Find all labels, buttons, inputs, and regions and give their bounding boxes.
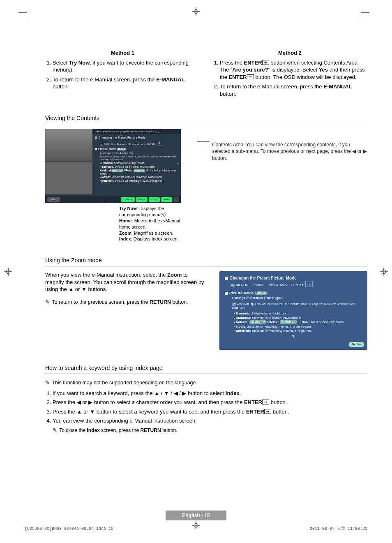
zoom-paragraph: When you view the e-Manual instruction, … bbox=[45, 271, 207, 293]
note-icon: ✎ bbox=[45, 299, 50, 305]
screenshot-help-button: Help bbox=[47, 197, 60, 202]
down-arrow-icon: ▼ bbox=[90, 409, 95, 415]
screenshot-bullet: • Natural for LED TV / Relax for PDP TV:… bbox=[100, 169, 178, 176]
screenshot-thumb bbox=[45, 162, 92, 195]
method-2-step: To return to the e-Manual screen, press … bbox=[220, 83, 367, 97]
screenshot-bullet: Standard: Suitable for a normal environm… bbox=[234, 316, 362, 320]
screenshot-breadcrumb: Basic Features > Changing the Preset Pic… bbox=[92, 129, 181, 134]
enter-icon bbox=[262, 60, 269, 65]
screenshot-bullet: • Dynamic: Suitable for a bright room. bbox=[100, 162, 178, 165]
section-rule bbox=[45, 124, 367, 124]
section-rule bbox=[45, 374, 367, 374]
scroll-down-arrow-icon: ▼ bbox=[225, 334, 362, 339]
screenshot-zoom-button: Zoom bbox=[149, 197, 160, 202]
down-arrow-icon: ▼ bbox=[81, 286, 87, 292]
screenshot-index-button: Index bbox=[161, 197, 172, 202]
zoom-heading: Using the Zoom mode bbox=[45, 256, 367, 264]
index-subnote: ✎ To close the Index screen, press the R… bbox=[53, 427, 367, 434]
imprint-right: 2011-03-07 오후 11:08:25 bbox=[310, 526, 367, 532]
screenshot-bullet: Natural for LED TV / Relax for PDP TV: S… bbox=[234, 320, 362, 324]
method-2-step: Press the ENTER button when selecting Co… bbox=[220, 59, 367, 81]
register-mark-right bbox=[380, 268, 388, 276]
screenshot-bullet: • Standard: Suitable for a normal enviro… bbox=[100, 165, 178, 169]
screenshot-note-pc: When an input source is set to PC, the P… bbox=[100, 155, 176, 161]
screenshot-next-arrow: ▸ bbox=[178, 162, 179, 165]
screenshot-zoom-panel: Changing the Preset Picture Mode m MENUⅢ… bbox=[219, 271, 367, 350]
down-arrow-icon: ▼ bbox=[164, 390, 169, 396]
index-step: You can view the corresponding e-Manual … bbox=[53, 417, 367, 425]
screenshot-main: Basic Features > Changing the Preset Pic… bbox=[92, 129, 181, 195]
enter-icon bbox=[247, 74, 254, 79]
method-1-steps: Select Try Now, if you want to execute t… bbox=[45, 59, 200, 90]
screenshot-bullet: Dynamic: Suitable for a bright room. bbox=[234, 312, 362, 316]
screenshot-sidebar bbox=[45, 129, 92, 195]
method-1-title: Method 1 bbox=[45, 49, 200, 57]
screenshot-trynow-button: Try Now bbox=[121, 197, 135, 202]
register-mark-left bbox=[4, 268, 12, 276]
imprint-left: [UD5500-XC]BN68-03404A-00L04.indb 15 bbox=[25, 526, 113, 532]
left-arrow-icon: ◀ bbox=[77, 399, 81, 405]
page-footer: English - 15 bbox=[0, 511, 392, 520]
viewing-heading: Viewing the Contents bbox=[45, 114, 367, 122]
contents-area-callout: Contents Area: You can view the correspo… bbox=[212, 141, 367, 162]
register-mark-top bbox=[192, 7, 200, 16]
right-arrow-icon: ▶ bbox=[88, 399, 92, 405]
section-rule bbox=[45, 266, 367, 266]
note-icon: ✎ bbox=[53, 427, 57, 433]
index-heading: How to search a keyword by using index p… bbox=[45, 364, 367, 372]
crop-mark bbox=[18, 12, 27, 13]
screenshot-footer: Help Try Now Home Zoom Index X bbox=[45, 196, 181, 203]
index-steps: If you want to search a keyword, press t… bbox=[45, 390, 367, 425]
up-arrow-icon: ▲ bbox=[154, 390, 159, 396]
enter-icon bbox=[262, 400, 269, 404]
screenshot-contents-panel: Basic Features > Changing the Preset Pic… bbox=[45, 129, 181, 203]
method-1-step: To return to the e-Manual screen, press … bbox=[53, 76, 200, 90]
left-arrow-icon: ◀ bbox=[174, 390, 178, 396]
enter-icon bbox=[264, 409, 271, 414]
crop-mark bbox=[27, 12, 27, 21]
screenshot-bullet: • Entertain: Suitable for watching movie… bbox=[100, 179, 178, 183]
up-arrow-icon: ▲ bbox=[77, 409, 82, 415]
screenshot-bullet: • Movie: Suitable for watching movies in… bbox=[100, 176, 178, 179]
method-2-title: Method 2 bbox=[212, 49, 367, 57]
index-step: If you want to search a keyword, press t… bbox=[53, 390, 367, 397]
screenshot-bullet: Movie: Suitable for watching movies in a… bbox=[234, 325, 362, 329]
zoom-note: ✎ To return to the previous screen, pres… bbox=[45, 298, 207, 306]
right-arrow-icon: ▶ bbox=[182, 390, 186, 396]
imprint-line: [UD5500-XC]BN68-03404A-00L04.indb 15 201… bbox=[25, 526, 367, 532]
crop-mark bbox=[361, 12, 369, 13]
up-arrow-icon: ▲ bbox=[68, 286, 74, 292]
index-step: Press the ◀ or ▶ button to select a char… bbox=[53, 399, 367, 406]
screenshot-close-button: X bbox=[173, 197, 179, 202]
method-1-column: Method 1 Select Try Now, if you want to … bbox=[45, 49, 200, 100]
method-2-steps: Press the ENTER button when selecting Co… bbox=[212, 59, 367, 98]
screenshot-return-button: Return bbox=[349, 342, 364, 347]
crop-mark bbox=[361, 12, 361, 21]
callout-line bbox=[197, 141, 210, 142]
screenshot-home-button: Home bbox=[136, 197, 148, 202]
index-step: Press the ▲ or ▼ button to select a keyw… bbox=[53, 408, 367, 416]
screenshot-bullet: Entertain: Suitable for watching movies … bbox=[234, 329, 362, 333]
screenshot-thumb bbox=[45, 129, 92, 162]
screenshot-caption: Try Now: Displays the corresponding menu… bbox=[119, 206, 185, 242]
method-1-step: Select Try Now, if you want to execute t… bbox=[53, 59, 200, 74]
method-2-column: Method 2 Press the ENTER button when sel… bbox=[212, 49, 367, 100]
page-number: English - 15 bbox=[166, 511, 226, 520]
note-icon: ✎ bbox=[45, 379, 50, 386]
index-note: ✎ This function may not be supported dep… bbox=[45, 379, 367, 386]
